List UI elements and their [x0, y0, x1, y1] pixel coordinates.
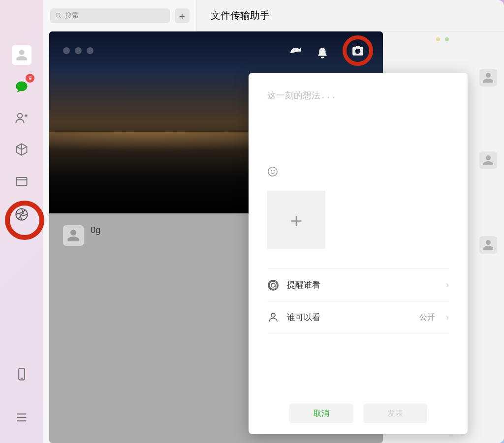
cancel-button[interactable]: 取消 — [289, 404, 353, 423]
sidebar-chat[interactable]: 9 — [11, 76, 32, 97]
camera-button[interactable] — [343, 35, 373, 66]
bell-icon[interactable] — [316, 47, 329, 59]
search-placeholder: 搜索 — [65, 11, 79, 20]
at-icon — [267, 279, 279, 291]
ghost-avatar — [479, 236, 497, 254]
feed-avatar — [63, 225, 84, 246]
camera-icon — [351, 44, 364, 57]
left-sidebar: 9 — [0, 0, 43, 443]
chat-title: 文件传输助手 — [211, 9, 270, 22]
svg-point-8 — [268, 167, 277, 176]
phone-icon — [15, 367, 29, 381]
new-chat-button[interactable]: ＋ — [175, 8, 189, 23]
svg-point-12 — [271, 283, 275, 287]
visibility-row[interactable]: 谁可以看 公开 › — [267, 301, 449, 333]
contacts-icon — [15, 111, 29, 125]
svg-point-9 — [271, 171, 272, 171]
chevron-right-icon: › — [446, 312, 449, 323]
feed-username: 0g — [91, 225, 100, 236]
window-controls[interactable] — [63, 47, 94, 54]
svg-rect-1 — [17, 177, 27, 185]
person-icon — [15, 49, 28, 61]
svg-point-10 — [274, 171, 274, 171]
notification-dots — [436, 37, 440, 41]
chat-badge: 9 — [26, 74, 34, 83]
ghost-avatar — [479, 69, 497, 87]
sidebar-moments[interactable] — [11, 204, 32, 225]
compose-modal: ＋ 提醒谁看 › 谁可以看 公开 › 取消 发表 — [249, 73, 468, 434]
smile-icon — [267, 166, 278, 177]
post-button[interactable]: 发表 — [363, 404, 427, 423]
svg-point-11 — [268, 280, 278, 290]
person-outline-icon — [267, 311, 279, 323]
sidebar-phone[interactable] — [11, 363, 32, 385]
chat-header: 文件传输助手 — [197, 0, 504, 31]
sidebar-discover[interactable] — [11, 139, 32, 160]
chevron-right-icon: › — [446, 280, 449, 290]
sidebar-menu[interactable] — [11, 407, 32, 428]
ghost-avatar — [479, 151, 497, 169]
aperture-icon — [15, 207, 29, 221]
chat-icon — [15, 80, 29, 93]
menu-icon — [15, 411, 29, 424]
refresh-icon[interactable] — [289, 47, 302, 59]
sidebar-avatar[interactable] — [11, 44, 32, 66]
search-input[interactable]: 搜索 — [50, 8, 170, 23]
emoji-button[interactable] — [267, 166, 449, 179]
mention-label: 提醒谁看 — [287, 279, 320, 291]
visibility-label: 谁可以看 — [287, 312, 320, 323]
cube-icon — [15, 143, 29, 156]
compose-textarea[interactable] — [267, 89, 449, 163]
svg-point-0 — [18, 114, 22, 118]
search-icon — [55, 12, 62, 19]
add-media-button[interactable]: ＋ — [267, 191, 325, 249]
sidebar-contacts[interactable] — [11, 107, 32, 129]
visibility-value: 公开 — [419, 312, 435, 323]
mention-row[interactable]: 提醒谁看 › — [267, 268, 449, 301]
folder-icon — [15, 174, 29, 188]
svg-point-13 — [271, 313, 275, 317]
sidebar-files[interactable] — [11, 170, 32, 192]
